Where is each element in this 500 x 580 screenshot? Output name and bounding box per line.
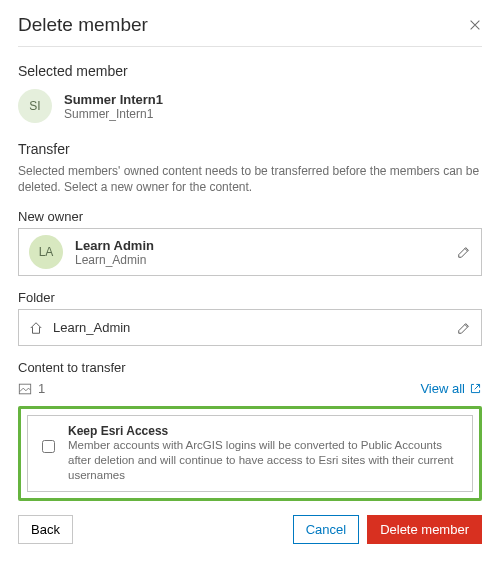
folder-label: Folder: [18, 290, 482, 305]
dialog-title: Delete member: [18, 14, 148, 36]
delete-member-button[interactable]: Delete member: [367, 515, 482, 544]
owner-username: Learn_Admin: [75, 253, 445, 267]
image-icon: [18, 382, 32, 396]
avatar: SI: [18, 89, 52, 123]
folder-name: Learn_Admin: [53, 320, 447, 335]
keep-access-description: Member accounts with ArcGIS logins will …: [68, 438, 462, 483]
keep-access-title: Keep Esri Access: [68, 424, 462, 438]
selected-member-label: Selected member: [18, 63, 482, 79]
transfer-description: Selected members' owned content needs to…: [18, 163, 482, 195]
avatar: LA: [29, 235, 63, 269]
delete-member-dialog: Delete member Selected member SI Summer …: [0, 0, 500, 558]
view-all-label: View all: [420, 381, 465, 396]
content-row: 1 View all: [18, 381, 482, 396]
keep-access-highlight: Keep Esri Access Member accounts with Ar…: [18, 406, 482, 501]
member-username: Summer_Intern1: [64, 107, 163, 121]
external-link-icon: [469, 382, 482, 395]
selected-member-row: SI Summer Intern1 Summer_Intern1: [18, 85, 482, 125]
content-to-transfer-label: Content to transfer: [18, 360, 482, 375]
cancel-button[interactable]: Cancel: [293, 515, 359, 544]
folder-field[interactable]: Learn_Admin: [18, 309, 482, 346]
home-icon: [29, 321, 43, 335]
new-owner-field[interactable]: LA Learn Admin Learn_Admin: [18, 228, 482, 276]
member-name: Summer Intern1: [64, 92, 163, 107]
keep-access-checkbox[interactable]: [42, 440, 55, 453]
new-owner-label: New owner: [18, 209, 482, 224]
close-icon[interactable]: [468, 18, 482, 32]
owner-name: Learn Admin: [75, 238, 445, 253]
content-count: 1: [38, 381, 45, 396]
back-button[interactable]: Back: [18, 515, 73, 544]
pencil-icon[interactable]: [457, 245, 471, 259]
view-all-link[interactable]: View all: [420, 381, 482, 396]
keep-access-option[interactable]: Keep Esri Access Member accounts with Ar…: [27, 415, 473, 492]
dialog-header: Delete member: [18, 14, 482, 47]
dialog-footer: Back Cancel Delete member: [18, 515, 482, 544]
pencil-icon[interactable]: [457, 321, 471, 335]
transfer-label: Transfer: [18, 141, 482, 157]
